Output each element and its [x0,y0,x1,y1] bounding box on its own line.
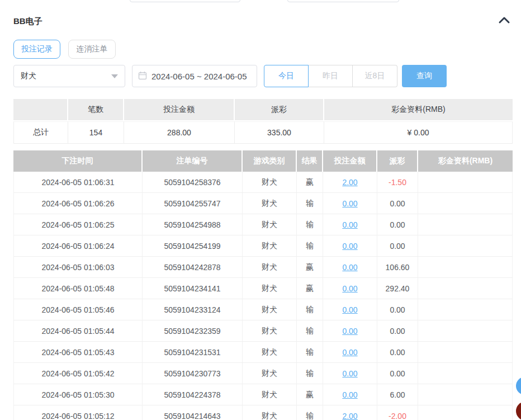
order-id-cell: 5059104231531 [143,342,243,363]
table-row: 2024-06-05 01:05:485059104234141财犬赢0.002… [13,278,513,299]
order-id-cell: 5059104234141 [143,278,243,299]
bet-time-cell: 2024-06-05 01:05:42 [13,363,143,384]
collapse-section-button[interactable] [498,16,511,27]
bet-amount-cell: 0.00 [323,363,377,384]
payout-cell: 6.00 [377,384,418,405]
table-row: 2024-06-05 01:05:425059104230773财犬输0.000… [13,363,513,384]
bet-time-cell: 2024-06-05 01:05:43 [13,342,143,363]
payout-cell: -1.50 [377,172,418,193]
floating-red-button[interactable] [516,402,521,420]
order-id-cell: 5059104224378 [143,384,243,405]
game-select-value: 财犬 [21,71,36,81]
bonus-cell [418,172,513,193]
header-bonus: 彩金资料(RMB) [418,150,513,172]
order-id-cell: 5059104254988 [143,214,243,235]
order-id-cell: 5059104214643 [143,405,243,420]
bonus-cell [418,405,513,420]
header-result: 结果 [297,150,323,172]
table-row: 2024-06-05 01:05:435059104231531财犬输0.000… [13,342,513,363]
top-input-left[interactable] [130,0,240,2]
table-row: 2024-06-05 01:06:035059104242878财犬赢0.001… [13,257,513,278]
summary-table: 笔数 投注金额 派彩 彩金资料(RMB) 总计 154 288.00 335.0… [13,99,513,144]
bonus-cell [418,235,513,257]
header-bet-amount: 投注金额 [323,150,377,172]
game-type-cell: 财犬 [243,172,297,193]
bet-amount-link[interactable]: 0.00 [342,220,357,229]
game-type-cell: 财犬 [243,214,297,235]
order-id-cell: 5059104258376 [143,172,243,193]
bet-time-cell: 2024-06-05 01:05:44 [13,320,143,342]
bet-amount-link[interactable]: 0.00 [342,284,357,293]
tab-cancelled-orders[interactable]: 连消注单 [68,40,116,59]
table-row: 2024-06-05 01:05:445059104232359财犬输0.000… [13,320,513,342]
bet-time-cell: 2024-06-05 01:05:46 [13,299,143,320]
bet-amount-link[interactable]: 0.00 [342,390,357,399]
bonus-cell [418,193,513,214]
bet-amount-link[interactable]: 0.00 [342,327,357,336]
summary-total-label: 总计 [13,121,68,144]
bet-amount-cell: 2.00 [323,405,377,420]
header-payout: 派彩 [377,150,418,172]
top-input-right[interactable] [287,0,399,2]
result-cell: 赢 [297,384,323,405]
yesterday-button[interactable]: 昨日 [309,65,353,87]
payout-cell: 292.40 [377,278,418,299]
order-id-cell: 5059104255747 [143,193,243,214]
last8days-button[interactable]: 近8日 [353,65,397,87]
floating-blue-button[interactable] [516,377,521,395]
bet-amount-link[interactable]: 0.00 [342,369,357,378]
chevron-down-icon [111,74,118,78]
table-row: 2024-06-05 01:05:125059104214643财犬输2.00-… [13,405,513,420]
bet-amount-link[interactable]: 0.00 [342,305,357,314]
summary-total-row: 总计 154 288.00 335.00 ¥ 0.00 [13,121,513,144]
summary-total-payout: 335.00 [235,121,324,144]
result-cell: 输 [297,342,323,363]
calendar-icon [138,71,151,82]
bet-amount-cell: 0.00 [323,214,377,235]
result-cell: 输 [297,363,323,384]
bet-amount-link[interactable]: 2.00 [342,178,357,187]
payout-cell: -2.00 [377,405,418,420]
bonus-cell [418,363,513,384]
bet-amount-cell: 0.00 [323,299,377,320]
result-cell: 输 [297,193,323,214]
summary-header-row: 笔数 投注金额 派彩 彩金资料(RMB) [13,99,513,121]
bet-amount-cell: 0.00 [323,257,377,278]
game-select[interactable]: 财犬 [13,65,125,87]
result-cell: 输 [297,320,323,342]
date-range-input[interactable]: 2024-06-05 ~ 2024-06-05 [132,65,257,87]
summary-total-count: 154 [68,121,124,144]
payout-cell: 0.00 [377,214,418,235]
bet-amount-link[interactable]: 0.00 [342,263,357,272]
bet-amount-cell: 0.00 [323,235,377,257]
payout-cell: 0.00 [377,235,418,257]
order-id-cell: 5059104242878 [143,257,243,278]
search-button[interactable]: 查询 [402,65,447,87]
header-game-type: 游戏类别 [243,150,297,172]
bonus-cell [418,320,513,342]
bet-amount-link[interactable]: 0.00 [342,348,357,357]
bet-time-cell: 2024-06-05 01:06:25 [13,214,143,235]
bet-time-cell: 2024-06-05 01:06:03 [13,257,143,278]
bet-amount-link[interactable]: 0.00 [342,199,357,208]
today-button[interactable]: 今日 [264,65,309,87]
table-row: 2024-06-05 01:06:245059104254199财犬输0.000… [13,235,513,257]
bet-time-cell: 2024-06-05 01:05:48 [13,278,143,299]
yesterday-button-label: 昨日 [323,71,338,81]
table-row: 2024-06-05 01:05:305059104224378财犬赢0.006… [13,384,513,405]
game-type-cell: 财犬 [243,320,297,342]
result-cell: 输 [297,405,323,420]
game-type-cell: 财犬 [243,278,297,299]
result-cell: 赢 [297,257,323,278]
tab-bet-records[interactable]: 投注记录 [13,40,60,59]
header-bet-time: 下注时间 [13,150,143,172]
result-cell: 赢 [297,172,323,193]
bet-time-cell: 2024-06-05 01:06:26 [13,193,143,214]
table-row: 2024-06-05 01:06:315059104258376财犬赢2.00-… [13,172,513,193]
bet-table-body: 2024-06-05 01:06:315059104258376财犬赢2.00-… [13,172,513,420]
payout-cell: 0.00 [377,342,418,363]
bet-amount-link[interactable]: 0.00 [342,242,357,251]
bet-amount-link[interactable]: 2.00 [342,412,357,420]
bet-time-cell: 2024-06-05 01:06:24 [13,235,143,257]
page-title: BB电子 [13,16,42,27]
